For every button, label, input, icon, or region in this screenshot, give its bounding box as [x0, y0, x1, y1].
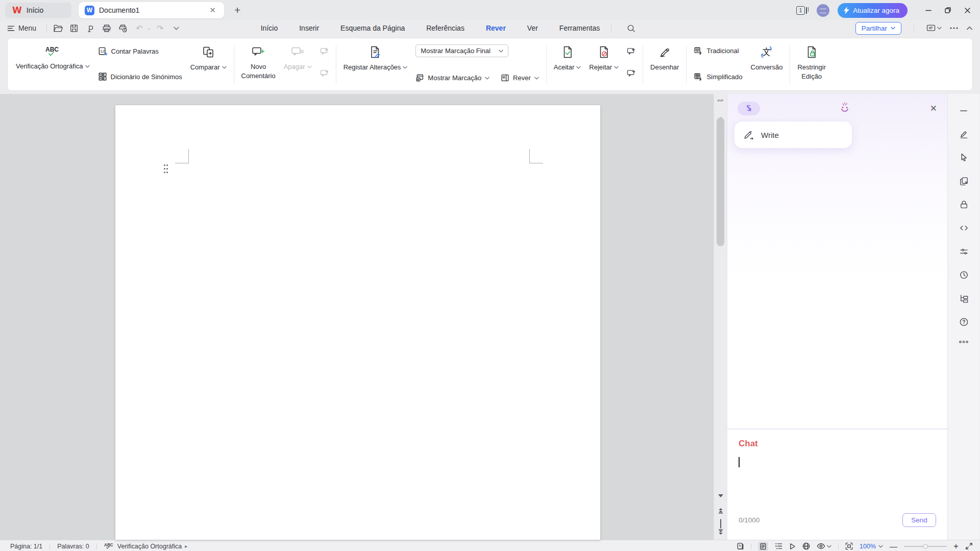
ruler-toggle-icon[interactable]	[718, 99, 724, 102]
ai-assistant-badge-icon[interactable]	[738, 102, 760, 115]
paragraph-drag-handle-icon[interactable]	[164, 164, 169, 175]
quickbar-more-icon[interactable]	[170, 22, 183, 34]
tab-referencias[interactable]: Referências	[425, 22, 465, 34]
print-layout-view-icon[interactable]	[758, 542, 768, 551]
ai-write-button[interactable]: Write	[734, 122, 852, 148]
scroll-down-icon[interactable]	[718, 497, 723, 507]
tab-ver[interactable]: Ver	[526, 22, 539, 34]
update-now-button[interactable]: Atualizar agora	[838, 3, 908, 18]
send-button[interactable]: Send	[902, 513, 936, 527]
previous-comment-icon[interactable]	[320, 47, 329, 55]
fullscreen-icon[interactable]	[965, 542, 973, 550]
divider	[686, 45, 687, 83]
eye-view-options-icon[interactable]	[817, 543, 831, 549]
to-simplified-button[interactable]: Simplificado	[694, 73, 742, 81]
collapse-panel-icon[interactable]	[959, 106, 968, 115]
changes-group: Aceitar Rejeitar	[548, 41, 642, 87]
scroll-up-icon[interactable]	[718, 108, 723, 117]
select-cursor-icon[interactable]	[959, 153, 969, 162]
restore-button[interactable]	[940, 3, 955, 17]
thesaurus-button[interactable]: Dicionário de Sinónimos	[98, 72, 182, 81]
share-button[interactable]: Partilhar	[855, 22, 901, 35]
web-layout-icon[interactable]	[802, 542, 810, 550]
history-clock-icon[interactable]	[959, 270, 969, 280]
zoom-level[interactable]: 100%	[860, 543, 883, 550]
previous-change-icon[interactable]	[627, 47, 635, 55]
accept-button[interactable]: Aceitar	[554, 43, 581, 72]
zoom-slider[interactable]	[904, 546, 947, 547]
redo-icon[interactable]: ↷	[154, 22, 167, 34]
print-preview-icon[interactable]	[116, 22, 130, 34]
markup-state-select[interactable]: Mostrar Marcação Final	[415, 44, 508, 57]
menu-button[interactable]: Menu	[7, 24, 42, 32]
fit-page-icon[interactable]	[845, 542, 853, 550]
scrollbar-thumb[interactable]	[717, 117, 724, 246]
divider	[914, 24, 914, 32]
thesaurus-icon	[98, 72, 107, 81]
annotate-pen-icon[interactable]	[959, 129, 969, 139]
document-page[interactable]	[115, 105, 600, 540]
more-tools-icon[interactable]	[959, 341, 968, 343]
reviewing-pane-button[interactable]: Rever	[501, 74, 539, 82]
zoom-in-button[interactable]: +	[953, 541, 959, 551]
new-comment-button[interactable]: Novo Comentário	[241, 43, 276, 81]
document-area[interactable]	[0, 94, 714, 540]
open-icon[interactable]	[51, 22, 64, 34]
next-change-icon[interactable]	[627, 69, 635, 77]
compare-button[interactable]: Comparar	[190, 43, 227, 72]
open-documents-badge[interactable]: 1	[796, 6, 808, 15]
previous-page-icon[interactable]	[718, 508, 724, 514]
select-browse-object-icon[interactable]	[720, 519, 721, 529]
tab-inserir[interactable]: Inserir	[298, 22, 320, 34]
spell-check-button[interactable]: ABC Verificação Ortográfica	[16, 43, 90, 71]
tab-esquema-da-pagina[interactable]: Esquema da Página	[339, 22, 406, 34]
zoom-slider-handle[interactable]	[923, 544, 928, 548]
ai-panel-close-icon[interactable]: ✕	[930, 103, 937, 114]
page-indicator[interactable]: Página: 1/1	[10, 543, 42, 550]
spell-check-status[interactable]: ABC Verificação Ortográfica ▸	[104, 542, 187, 550]
lock-icon[interactable]	[959, 200, 969, 209]
undo-dropdown-icon[interactable]: ⌄	[147, 26, 151, 31]
clear-pages-icon[interactable]	[959, 176, 969, 186]
word-count-button[interactable]: 12 Contar Palavras	[98, 46, 182, 56]
draw-button[interactable]: Desenhar	[650, 43, 679, 72]
close-button[interactable]	[960, 3, 975, 17]
tab-inicio[interactable]: Início	[260, 22, 279, 34]
next-page-icon[interactable]	[718, 529, 724, 535]
restrict-editing-button[interactable]: Restringir Edição	[797, 43, 826, 81]
document-tab[interactable]: W Documento1 ✕	[79, 2, 224, 18]
collapse-ribbon-icon[interactable]	[966, 26, 973, 30]
outline-view-icon[interactable]	[775, 543, 782, 549]
next-comment-icon[interactable]	[320, 69, 329, 77]
search-icon[interactable]	[627, 24, 635, 33]
chat-title: Chat	[739, 439, 936, 449]
track-changes-button[interactable]: Registar Alterações	[344, 43, 408, 72]
comments-icon[interactable]	[926, 25, 942, 32]
code-icon[interactable]	[959, 223, 969, 233]
to-traditional-button[interactable]: Tradicional	[694, 46, 742, 55]
new-tab-button[interactable]: +	[231, 4, 243, 16]
read-mode-icon[interactable]	[789, 543, 796, 550]
show-markup-button[interactable]: Mostrar Marcação	[415, 74, 489, 82]
export-pdf-icon[interactable]	[84, 22, 97, 34]
minimize-button[interactable]	[921, 3, 936, 17]
undo-icon[interactable]: ↶	[133, 22, 146, 34]
preferences-sliders-icon[interactable]	[959, 247, 969, 256]
document-tab-close-icon[interactable]: ✕	[207, 5, 218, 16]
save-icon[interactable]	[67, 22, 81, 34]
print-icon[interactable]	[100, 22, 113, 34]
chat-input[interactable]	[739, 457, 936, 506]
task-window-icon[interactable]	[737, 542, 744, 550]
help-icon[interactable]	[959, 317, 969, 327]
zoom-out-button[interactable]: —	[890, 542, 897, 550]
word-count-indicator[interactable]: Palavras: 0	[57, 543, 89, 550]
conversion-button[interactable]: Conversão	[751, 43, 783, 72]
outline-tree-icon[interactable]	[959, 294, 969, 303]
tab-rever[interactable]: Rever	[485, 22, 507, 34]
tab-ferramentas[interactable]: Ferramentas	[558, 22, 601, 34]
reject-button[interactable]: Rejeitar	[589, 43, 619, 72]
user-avatar[interactable]	[817, 4, 829, 17]
more-options-icon[interactable]	[950, 27, 958, 29]
delete-comment-button[interactable]: Apagar	[284, 43, 312, 71]
home-tab[interactable]: W Início	[5, 3, 71, 18]
